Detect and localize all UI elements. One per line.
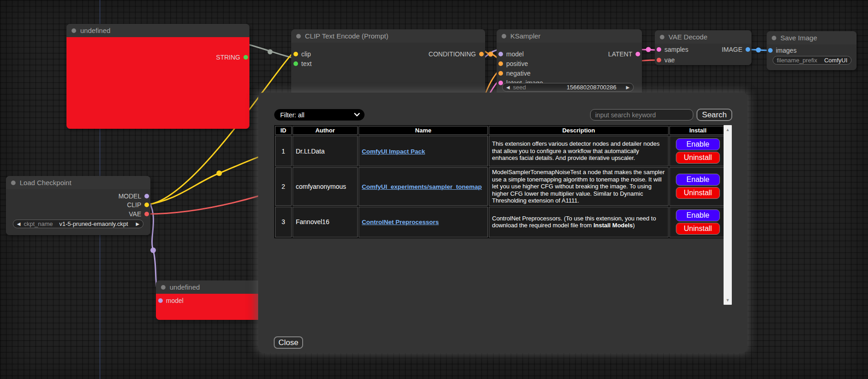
node-undefined-top[interactable]: undefined STRING: [66, 24, 249, 129]
collapse-dot-icon[interactable]: [72, 28, 76, 33]
node-body: STRING: [66, 37, 249, 129]
node-ksampler[interactable]: KSampler model positive negative latent_…: [497, 29, 642, 98]
ext-link[interactable]: ComfyUI_experiments/sampler_tonemap: [362, 183, 482, 190]
node-title: undefined: [80, 27, 111, 34]
collapse-dot-icon[interactable]: [502, 34, 506, 38]
decrement-arrow-icon[interactable]: ◀: [506, 85, 510, 90]
node-load-checkpoint[interactable]: Load Checkpoint MODEL CLIP VAE ◀ ckpt_na…: [6, 176, 150, 235]
node-title: CLIP Text Encode (Prompt): [305, 32, 388, 40]
collapse-dot-icon[interactable]: [161, 285, 166, 290]
scroll-down-icon[interactable]: ▼: [724, 298, 732, 302]
ext-author: comfyanonymous: [293, 167, 358, 206]
node-body: model positive negative latent_image LAT…: [497, 43, 642, 98]
scroll-up-icon[interactable]: ▲: [724, 127, 732, 132]
close-button[interactable]: Close: [274, 336, 303, 349]
ext-description: ControlNet Preprocessors. (To use this e…: [489, 207, 669, 237]
node-title: Save Image: [780, 34, 817, 42]
col-header-author: Author: [293, 126, 358, 135]
col-header-description: Description: [489, 126, 669, 135]
enable-button[interactable]: Enable: [676, 209, 720, 221]
node-title-bar[interactable]: KSampler: [497, 29, 642, 43]
ext-link[interactable]: ControlNet Preprocessors: [362, 219, 439, 225]
output-slot-image[interactable]: [746, 47, 750, 52]
decrement-arrow-icon[interactable]: ◀: [17, 222, 21, 226]
table-row: 2 comfyanonymous ComfyUI_experiments/sam…: [275, 167, 726, 206]
extension-manager-dialog: Filter: all Search ID Author: [258, 93, 747, 353]
ext-description: ModelSamplerTonemapNoiseTest a node that…: [489, 167, 669, 206]
input-slot-model[interactable]: [158, 298, 163, 303]
output-slot-string[interactable]: [243, 55, 248, 60]
output-label: STRING: [216, 54, 240, 61]
node-title-bar[interactable]: Load Checkpoint: [6, 176, 150, 189]
output-slot-clip[interactable]: [144, 203, 149, 207]
node-body: samples vae IMAGE: [655, 44, 752, 65]
filename-prefix-widget[interactable]: filename_prefix ComfyUI: [773, 56, 851, 65]
output-slot-model[interactable]: [144, 194, 149, 198]
output-slot-vae[interactable]: [144, 212, 149, 216]
input-slot-vae[interactable]: [657, 58, 661, 62]
node-title-bar[interactable]: CLIP Text Encode (Prompt): [291, 29, 485, 43]
dialog-controls: Filter: all Search: [274, 109, 732, 121]
node-title-bar[interactable]: VAE Decode: [655, 30, 752, 44]
uninstall-button[interactable]: Uninstall: [676, 187, 720, 199]
collapse-dot-icon[interactable]: [660, 35, 664, 39]
collapse-dot-icon[interactable]: [11, 181, 16, 185]
node-title: Load Checkpoint: [20, 179, 72, 187]
ext-author: Fannovel16: [293, 207, 358, 237]
node-body: images filename_prefix ComfyUI: [767, 44, 857, 70]
col-header-name: Name: [359, 126, 488, 135]
increment-arrow-icon[interactable]: ▶: [136, 222, 139, 226]
filename-prefix-value: ComfyUI: [824, 57, 847, 64]
node-title: undefined: [170, 283, 200, 291]
filter-select-wrap: Filter: all: [274, 109, 365, 121]
table-scrollbar[interactable]: ▲ ▼: [724, 125, 732, 305]
seed-widget[interactable]: ◀ seed 156680208700286 ▶: [502, 83, 634, 92]
ext-author: Dr.Lt.Data: [293, 136, 358, 166]
ext-description: This extension offers various detector n…: [489, 136, 669, 166]
node-title-bar[interactable]: undefined: [66, 24, 249, 37]
input-slot-negative[interactable]: [498, 71, 503, 76]
node-body: model: [156, 294, 275, 320]
input-slot-clip[interactable]: [293, 52, 298, 56]
col-header-install: Install: [669, 126, 726, 135]
search-input[interactable]: [590, 109, 693, 121]
uninstall-button[interactable]: Uninstall: [676, 223, 720, 235]
output-slot-conditioning[interactable]: [479, 52, 484, 56]
extension-table-area: ID Author Name Description Install 1 Dr.…: [274, 125, 732, 305]
node-title: VAE Decode: [669, 33, 708, 41]
ext-link[interactable]: ComfyUI Impact Pack: [362, 148, 425, 155]
ckpt-name-value: v1-5-pruned-emaonly.ckpt: [59, 220, 128, 227]
enable-button[interactable]: Enable: [676, 174, 720, 186]
collapse-dot-icon[interactable]: [772, 36, 776, 40]
node-undefined-bottom[interactable]: undefined model: [156, 280, 275, 320]
ext-id: 3: [275, 207, 292, 237]
ext-id: 2: [275, 167, 292, 206]
enable-button[interactable]: Enable: [676, 138, 720, 150]
ext-id: 1: [275, 136, 292, 166]
output-slot-latent[interactable]: [636, 52, 640, 56]
input-slot-model[interactable]: [498, 52, 503, 56]
input-slot-positive[interactable]: [498, 61, 503, 66]
node-save-image[interactable]: Save Image images filename_prefix ComfyU…: [767, 31, 857, 70]
filter-select[interactable]: Filter: all: [274, 109, 365, 121]
node-body: MODEL CLIP VAE ◀ ckpt_name v1-5-pruned-e…: [6, 189, 150, 235]
node-graph-canvas[interactable]: undefined STRING CLIP Text Encode (Promp…: [0, 0, 868, 379]
input-slot-samples[interactable]: [657, 47, 661, 52]
node-title: KSampler: [510, 32, 541, 40]
table-row: 3 Fannovel16 ControlNet Preprocessors Co…: [275, 207, 726, 237]
collapse-dot-icon[interactable]: [296, 34, 301, 38]
node-vae-decode[interactable]: VAE Decode samples vae IMAGE: [655, 30, 752, 65]
node-title-bar[interactable]: undefined: [156, 280, 275, 294]
seed-value: 156680208700286: [567, 84, 616, 91]
ckpt-name-widget[interactable]: ◀ ckpt_name v1-5-pruned-emaonly.ckpt ▶: [13, 220, 144, 228]
input-slot-images[interactable]: [768, 48, 773, 53]
input-slot-text[interactable]: [293, 61, 298, 66]
increment-arrow-icon[interactable]: ▶: [626, 85, 630, 90]
uninstall-button[interactable]: Uninstall: [676, 152, 720, 164]
table-row: 1 Dr.Lt.Data ComfyUI Impact Pack This ex…: [275, 136, 726, 166]
search-button[interactable]: Search: [697, 109, 732, 121]
extension-table: ID Author Name Description Install 1 Dr.…: [274, 125, 727, 238]
node-title-bar[interactable]: Save Image: [767, 31, 857, 44]
col-header-id: ID: [275, 126, 292, 135]
